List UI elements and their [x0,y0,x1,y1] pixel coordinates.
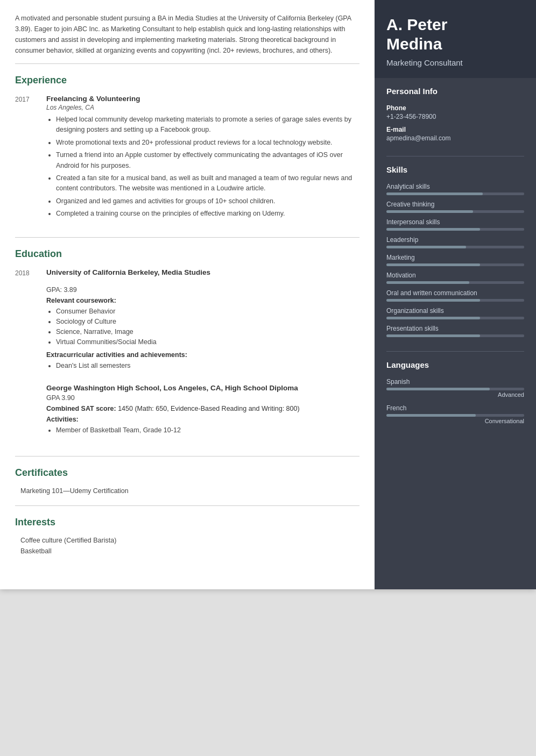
interest-item: Basketball [15,547,359,555]
interests-title: Interests [15,517,359,530]
language-bar-fill [386,414,476,417]
skill-item: Oral and written communication [386,289,524,302]
language-item: FrenchConversational [386,404,524,424]
activities-list: Member of Basketball Team, Grade 10-12 [46,425,359,436]
skills-section: Skills Analytical skillsCreative thinkin… [375,156,536,351]
language-bar-bg [386,388,524,390]
list-item: Created a fan site for a musical band, a… [56,173,359,194]
skill-bar-fill [386,263,480,266]
language-name: French [386,404,524,412]
skill-bar-bg [386,192,524,195]
edu-title: George Washington High School, Los Angel… [46,384,359,392]
personal-info-title: Personal Info [386,87,524,98]
language-bar-bg [386,414,524,417]
skill-bar-bg [386,317,524,319]
skill-name: Interpersonal skills [386,218,524,226]
experience-entry: 2017Freelancing & VolunteeringLos Angele… [15,95,359,221]
education-title: Education [15,248,359,262]
experience-title: Experience [15,75,359,88]
coursework-list: Consumer BehaviorSociology of CultureSci… [46,306,359,347]
education-entry: George Washington High School, Los Angel… [15,384,359,440]
languages-title: Languages [386,360,524,372]
skill-name: Motivation [386,272,524,279]
skill-item: Analytical skills [386,183,524,195]
list-item: Consumer Behavior [56,306,359,317]
list-item: Organized and led games and activities f… [56,196,359,206]
exp-location: Los Angeles, CA [46,104,359,111]
list-item: Science, Narrative, Image [56,327,359,337]
experience-section: Experience 2017Freelancing & Volunteerin… [15,75,359,238]
list-item: Virtual Communities/Social Media [56,337,359,347]
edu-title: University of California Berkeley, Media… [46,268,359,276]
skill-bar-fill [386,299,480,302]
skill-bar-bg [386,246,524,248]
skill-name: Oral and written communication [386,289,524,297]
exp-content: Freelancing & VolunteeringLos Angeles, C… [46,95,359,221]
coursework-label: Relevant coursework: [46,297,359,304]
skill-name: Leadership [386,236,524,244]
exp-year: 2017 [15,95,37,221]
edu-gpa: GPA: 3.89 [46,286,359,294]
skill-bar-fill [386,317,480,319]
edu-year [15,384,37,440]
languages-section: Languages SpanishAdvancedFrenchConversat… [375,352,536,439]
edu-year: 2018 [15,268,37,375]
candidate-title: Marketing Consultant [386,58,524,67]
list-item: Dean's List all semesters [56,361,359,371]
personal-info-section: Personal Info Phone +1-23-456-78900 E-ma… [375,78,536,156]
sat-score: Combined SAT score: 1450 (Math: 650, Evi… [46,405,359,412]
exp-bullets: Helped local community develop marketing… [46,115,359,219]
resume-wrapper: A motivated and personable student pursu… [0,0,536,589]
interests-section: Interests Coffee culture (Certified Bari… [15,517,359,566]
education-entry: 2018University of California Berkeley, M… [15,268,359,375]
skill-name: Creative thinking [386,201,524,208]
summary-text: A motivated and personable student pursu… [15,13,359,64]
extracurricular-label: Extracurricular activities and achieveme… [46,351,359,359]
skill-bar-fill [386,246,466,248]
email-value: apmedina@email.com [386,134,524,142]
skill-name: Presentation skills [386,325,524,332]
list-item: Member of Basketball Team, Grade 10-12 [56,425,359,436]
language-name: Spanish [386,378,524,386]
interest-item: Coffee culture (Certified Barista) [15,537,359,544]
skill-bar-fill [386,281,469,284]
education-section: Education 2018University of California B… [15,248,359,457]
skill-bar-bg [386,334,524,337]
certificate-item: Marketing 101—Udemy Certification [15,487,359,495]
list-item: Wrote promotional texts and 20+ professi… [56,138,359,148]
list-item: Sociology of Culture [56,317,359,327]
skill-name: Analytical skills [386,183,524,190]
activities-label: Activities: [46,416,359,423]
right-column: A. Peter Medina Marketing Consultant Per… [375,0,536,589]
language-level: Conversational [386,418,524,424]
skill-bar-fill [386,210,473,213]
skill-item: Organizational skills [386,307,524,319]
exp-title: Freelancing & Volunteering [46,95,359,103]
skill-bar-bg [386,263,524,266]
language-item: SpanishAdvanced [386,378,524,398]
list-item: Completed a training course on the princ… [56,209,359,219]
skill-item: Presentation skills [386,325,524,337]
skill-item: Motivation [386,272,524,284]
skill-bar-bg [386,228,524,231]
phone-label: Phone [386,104,524,112]
skill-bar-fill [386,334,480,337]
skill-bar-fill [386,228,480,231]
certificates-title: Certificates [15,467,359,481]
candidate-name: A. Peter Medina [386,15,524,54]
skill-item: Marketing [386,254,524,266]
extracurricular-list: Dean's List all semesters [46,361,359,371]
left-column: A motivated and personable student pursu… [0,0,375,589]
edu-gpa: GPA 3.90 [46,394,359,402]
certificates-section: Certificates Marketing 101—Udemy Certifi… [15,467,359,506]
skill-item: Interpersonal skills [386,218,524,231]
skill-item: Creative thinking [386,201,524,213]
skill-bar-fill [386,192,483,195]
edu-content: George Washington High School, Los Angel… [46,384,359,440]
skill-bar-bg [386,299,524,302]
skill-bar-bg [386,281,524,284]
skill-item: Leadership [386,236,524,248]
email-label: E-mail [386,126,524,133]
skill-bar-bg [386,210,524,213]
skills-title: Skills [386,165,524,176]
